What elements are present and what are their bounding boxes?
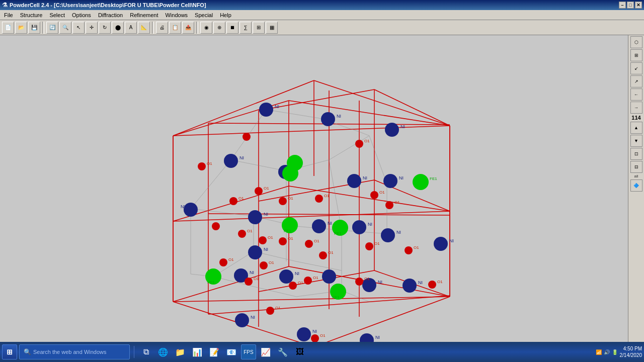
tray-network: 📶 bbox=[596, 349, 602, 355]
o-atom bbox=[428, 281, 436, 289]
tb-label[interactable]: A bbox=[125, 22, 137, 34]
o-atom bbox=[255, 187, 263, 195]
tb-print[interactable]: 🖨 bbox=[156, 22, 168, 34]
o-label: O1 bbox=[364, 139, 370, 143]
svg-line-16 bbox=[173, 266, 289, 302]
o-atom bbox=[289, 282, 297, 290]
tb-diffract[interactable]: ◉ bbox=[200, 22, 212, 34]
tb-measure[interactable]: 📐 bbox=[138, 22, 150, 34]
rp-btn3[interactable]: ↙ bbox=[630, 62, 642, 74]
ni-atom bbox=[347, 174, 361, 188]
taskbar-mail[interactable]: 📧 bbox=[224, 344, 239, 359]
menu-diffraction[interactable]: Diffraction bbox=[95, 11, 126, 19]
rp-btn9[interactable]: ⊡ bbox=[630, 148, 642, 160]
tb-grid[interactable]: ⊞ bbox=[253, 22, 265, 34]
ni-label: NI bbox=[295, 271, 299, 276]
menu-help[interactable]: Help bbox=[217, 11, 234, 19]
rp-btn5[interactable]: ← bbox=[630, 88, 642, 101]
menu-file[interactable]: File bbox=[1, 11, 16, 19]
tb-grid2[interactable]: ▦ bbox=[266, 22, 278, 34]
taskbar-excel[interactable]: 📊 bbox=[190, 344, 205, 359]
svg-line-8 bbox=[173, 211, 450, 221]
taskbar-tray: 📶 🔊 🔋 4:50 PM 2/14/2020 bbox=[596, 345, 642, 358]
svg-line-24 bbox=[374, 89, 450, 126]
tb-stop[interactable]: ⏹ bbox=[226, 22, 238, 34]
svg-line-54 bbox=[329, 136, 369, 160]
rp-btn7[interactable]: ▲ bbox=[630, 122, 642, 134]
rp-btn8[interactable]: ▼ bbox=[630, 135, 642, 147]
taskbar-chart[interactable]: 📈 bbox=[258, 344, 273, 359]
tb-print2[interactable]: 📋 bbox=[169, 22, 181, 34]
tb-export[interactable]: 📤 bbox=[182, 22, 194, 34]
ni-label: NI bbox=[368, 222, 372, 227]
o-atom bbox=[259, 236, 267, 244]
rp-btn4[interactable]: ↗ bbox=[630, 75, 642, 87]
tb-move[interactable]: ✛ bbox=[86, 22, 98, 34]
taskbar-fps[interactable]: FPS bbox=[241, 344, 256, 359]
menu-special[interactable]: Special bbox=[192, 11, 216, 19]
menu-structure[interactable]: Structure bbox=[17, 11, 46, 19]
app-min-button[interactable]: – bbox=[619, 2, 626, 9]
rp-btn2[interactable]: ⊞ bbox=[630, 49, 642, 61]
o-label: O1 bbox=[394, 200, 400, 205]
ni-label: NI bbox=[396, 230, 401, 235]
menu-windows[interactable]: Windows bbox=[162, 11, 191, 19]
taskbar-search-text: Search the web and Windows bbox=[33, 349, 107, 355]
ni-label: NI bbox=[239, 155, 244, 160]
ni-label: NI bbox=[312, 329, 317, 334]
rp-btn6[interactable]: → bbox=[630, 102, 642, 114]
rp-btn11[interactable]: 🔷 bbox=[630, 179, 642, 192]
tb-cursor[interactable]: ⊕ bbox=[213, 22, 225, 34]
app-max-button[interactable]: □ bbox=[627, 2, 634, 9]
tb-sep2 bbox=[152, 22, 154, 34]
menu-options[interactable]: Options bbox=[69, 11, 94, 19]
svg-line-3 bbox=[314, 297, 450, 342]
fe-label: FE1 bbox=[332, 295, 340, 300]
tb-calc[interactable]: ∑ bbox=[239, 22, 252, 34]
taskbar-sep bbox=[134, 346, 134, 358]
o-atom bbox=[355, 140, 363, 148]
o-atom bbox=[370, 191, 378, 199]
o-atom bbox=[311, 334, 319, 342]
o-label: O1 bbox=[247, 229, 253, 233]
ni-atom bbox=[352, 220, 366, 234]
taskbar-photos[interactable]: 🖼 bbox=[292, 344, 307, 359]
crystal-view[interactable]: NI NI NI NI NI NI NI NI NI NI NI NI bbox=[0, 35, 628, 342]
svg-line-39 bbox=[191, 209, 254, 216]
ni-atom bbox=[312, 219, 326, 233]
ni-label: NI bbox=[378, 280, 382, 285]
ni-label: NI bbox=[251, 315, 255, 320]
taskbar-search-container[interactable]: 🔍 Search the web and Windows bbox=[19, 344, 130, 359]
taskbar-taskview[interactable]: ⧉ bbox=[138, 344, 153, 359]
app-close-button[interactable]: ✕ bbox=[635, 2, 642, 9]
tb-select[interactable]: ↖ bbox=[72, 22, 85, 34]
tb-new[interactable]: 📄 bbox=[2, 22, 14, 34]
fe-atom bbox=[282, 165, 298, 182]
ni-atom bbox=[381, 228, 395, 242]
ni-label: NI bbox=[399, 175, 404, 180]
taskbar-files[interactable]: 📁 bbox=[173, 344, 188, 359]
rp-btn1[interactable]: ⬡ bbox=[630, 36, 642, 48]
o-atom bbox=[243, 133, 251, 141]
tb-rotate[interactable]: ↻ bbox=[99, 22, 111, 34]
tb-refresh[interactable]: 🔄 bbox=[46, 22, 58, 34]
start-button[interactable]: ⊞ bbox=[2, 344, 17, 359]
tb-open[interactable]: 📂 bbox=[15, 22, 27, 34]
taskbar-word[interactable]: 📝 bbox=[207, 344, 222, 359]
o-atom bbox=[266, 307, 274, 315]
o-atom bbox=[198, 162, 206, 170]
tray-date: 2/14/2020 bbox=[620, 352, 642, 358]
menu-refinement[interactable]: Refinement bbox=[127, 11, 161, 19]
tb-atom[interactable]: ⬤ bbox=[112, 22, 124, 34]
right-panel: ⬡ ⊞ ↙ ↗ ← → 114 ▲ ▼ ⊡ ⊟ all 🔷 bbox=[628, 35, 644, 342]
rp-number: 114 bbox=[629, 115, 643, 121]
rp-btn10[interactable]: ⊟ bbox=[630, 161, 642, 173]
taskbar-tool[interactable]: 🔧 bbox=[275, 344, 290, 359]
tb-save[interactable]: 💾 bbox=[28, 22, 40, 34]
ni-label: NI bbox=[250, 270, 254, 275]
tb-zoom-in[interactable]: 🔍 bbox=[59, 22, 71, 34]
o-label: O1 bbox=[228, 257, 234, 262]
menu-select[interactable]: Select bbox=[46, 11, 68, 19]
taskbar-chrome[interactable]: 🌐 bbox=[155, 344, 171, 359]
fe-label: FE1 bbox=[207, 280, 215, 285]
